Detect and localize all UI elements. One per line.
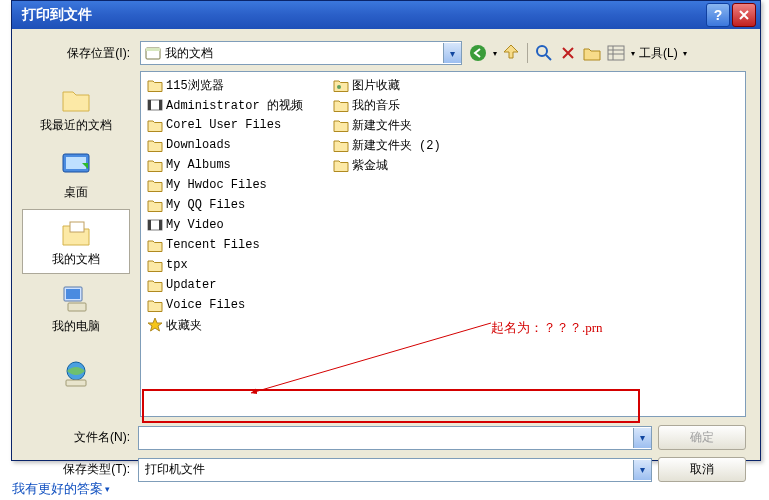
- file-name: Downloads: [166, 138, 231, 152]
- svg-point-22: [337, 85, 341, 89]
- folder-icon: [147, 297, 163, 313]
- file-item[interactable]: 115浏览器: [147, 76, 303, 94]
- file-item[interactable]: 收藏夹: [147, 316, 303, 334]
- file-item[interactable]: Administrator 的视频: [147, 96, 303, 114]
- file-item[interactable]: Voice Files: [147, 296, 303, 314]
- folder-icon: [147, 257, 163, 273]
- place-label: 我的电脑: [52, 318, 100, 335]
- location-combo[interactable]: 我的文档 ▾: [140, 41, 462, 65]
- file-name: Corel User Files: [166, 118, 281, 132]
- places-bar: 我最近的文档 桌面 我的文档 我的电脑: [12, 71, 140, 421]
- annotation-text: 起名为：？？？.prn: [491, 319, 603, 337]
- delete-icon[interactable]: [558, 43, 578, 63]
- cancel-button[interactable]: 取消: [658, 457, 746, 482]
- filename-label: 文件名(N):: [38, 429, 130, 446]
- svg-rect-10: [70, 222, 84, 232]
- place-computer[interactable]: 我的电脑: [22, 276, 130, 341]
- file-item[interactable]: My Hwdoc Files: [147, 176, 303, 194]
- svg-rect-1: [146, 48, 160, 51]
- file-name: 115浏览器: [166, 77, 224, 94]
- file-item[interactable]: Tencent Files: [147, 236, 303, 254]
- star-icon: [147, 317, 163, 333]
- file-item[interactable]: My QQ Files: [147, 196, 303, 214]
- bottom-rows: 文件名(N): ▾ 确定 保存类型(T): 打印机文件 ▾ 取消: [12, 421, 760, 482]
- location-label: 保存位置(I):: [38, 45, 134, 62]
- tools-dropdown-icon[interactable]: ▾: [683, 49, 687, 58]
- svg-point-3: [537, 46, 547, 56]
- file-name: tpx: [166, 258, 188, 272]
- file-item[interactable]: 我的音乐: [333, 96, 441, 114]
- help-button[interactable]: ?: [706, 3, 730, 27]
- dialog-title: 打印到文件: [22, 6, 704, 24]
- file-name: Administrator 的视频: [166, 97, 303, 114]
- chevron-down-icon[interactable]: ▾: [443, 43, 461, 63]
- folder-icon: [147, 117, 163, 133]
- location-value: 我的文档: [165, 45, 443, 62]
- mydocs-icon: [145, 45, 161, 61]
- views-dropdown-icon[interactable]: ▾: [631, 49, 635, 58]
- svg-point-2: [470, 45, 486, 61]
- better-answer-link[interactable]: 我有更好的答案 ▾: [12, 480, 110, 498]
- file-item[interactable]: 图片收藏: [333, 76, 441, 94]
- folder-icon: [147, 237, 163, 253]
- desktop-icon: [60, 149, 92, 181]
- file-item[interactable]: My Albums: [147, 156, 303, 174]
- file-name: 图片收藏: [352, 77, 400, 94]
- up-one-level-icon[interactable]: [501, 43, 521, 63]
- file-item[interactable]: 紫金城: [333, 156, 441, 174]
- file-item[interactable]: 新建文件夹 (2): [333, 136, 441, 154]
- filename-input[interactable]: [139, 428, 633, 448]
- file-name: 新建文件夹 (2): [352, 137, 441, 154]
- savetype-value: 打印机文件: [139, 461, 633, 478]
- computer-icon: [60, 283, 92, 315]
- svg-rect-12: [66, 289, 80, 299]
- back-dropdown-icon[interactable]: ▾: [493, 49, 497, 58]
- views-icon[interactable]: [606, 43, 626, 63]
- chevron-down-icon[interactable]: ▾: [633, 428, 651, 448]
- file-name: Voice Files: [166, 298, 245, 312]
- place-recent[interactable]: 我最近的文档: [22, 75, 130, 140]
- file-item[interactable]: Downloads: [147, 136, 303, 154]
- ok-button[interactable]: 确定: [658, 425, 746, 450]
- folder-icon: [333, 97, 349, 113]
- search-icon[interactable]: [534, 43, 554, 63]
- filename-combo[interactable]: ▾: [138, 426, 652, 450]
- folder-icon: [333, 157, 349, 173]
- recent-icon: [60, 82, 92, 114]
- file-item[interactable]: My Video: [147, 216, 303, 234]
- new-folder-icon[interactable]: [582, 43, 602, 63]
- folder-icon: [147, 77, 163, 93]
- file-name: 紫金城: [352, 157, 388, 174]
- place-mydocs[interactable]: 我的文档: [22, 209, 130, 274]
- savetype-combo[interactable]: 打印机文件 ▾: [138, 458, 652, 482]
- tools-menu-label[interactable]: 工具(L): [639, 45, 678, 62]
- file-item[interactable]: Updater: [147, 276, 303, 294]
- filename-row: 文件名(N): ▾ 确定: [38, 425, 746, 450]
- folder-icon: [147, 137, 163, 153]
- file-list-pane[interactable]: 115浏览器Administrator 的视频Corel User FilesD…: [140, 71, 746, 417]
- pictures-icon: [333, 77, 349, 93]
- folder-icon: [147, 157, 163, 173]
- chevron-down-icon[interactable]: ▾: [633, 460, 651, 480]
- place-desktop[interactable]: 桌面: [22, 142, 130, 207]
- file-item[interactable]: tpx: [147, 256, 303, 274]
- folder-icon: [333, 117, 349, 133]
- savetype-row: 保存类型(T): 打印机文件 ▾ 取消: [38, 457, 746, 482]
- svg-rect-21: [159, 220, 162, 230]
- video-icon: [147, 217, 163, 233]
- folder-icon: [147, 177, 163, 193]
- place-label: 我的文档: [52, 251, 100, 268]
- folder-icon: [147, 277, 163, 293]
- file-name: My QQ Files: [166, 198, 245, 212]
- file-item[interactable]: Corel User Files: [147, 116, 303, 134]
- place-network[interactable]: [22, 343, 130, 408]
- svg-rect-20: [148, 220, 151, 230]
- annotation-highlight-box: [142, 389, 640, 423]
- chevron-down-icon: ▾: [105, 484, 110, 494]
- back-icon[interactable]: [468, 43, 488, 63]
- file-name: 新建文件夹: [352, 117, 412, 134]
- file-item[interactable]: 新建文件夹: [333, 116, 441, 134]
- footer-link-text: 我有更好的答案: [12, 480, 103, 498]
- file-name: 收藏夹: [166, 317, 202, 334]
- close-button[interactable]: [732, 3, 756, 27]
